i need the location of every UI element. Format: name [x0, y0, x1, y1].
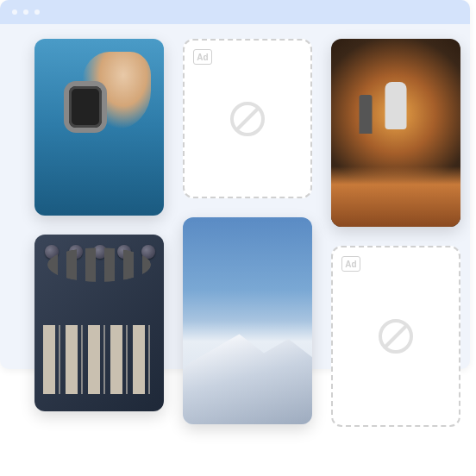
- window-control-dot[interactable]: [12, 9, 17, 15]
- prohibited-icon: [377, 317, 415, 355]
- snow-mountain-photo-card[interactable]: [183, 217, 312, 424]
- grid-column-2: Ad: [183, 39, 312, 427]
- svg-line-3: [385, 326, 406, 347]
- svg-line-1: [237, 109, 258, 129]
- prohibited-icon: [229, 100, 266, 138]
- ad-badge: Ad: [193, 49, 212, 65]
- window-control-dot[interactable]: [23, 9, 28, 15]
- image-grid: Ad Ad: [34, 39, 457, 427]
- window-titlebar: [0, 0, 470, 24]
- grid-column-3: Ad: [331, 39, 460, 427]
- ad-placeholder-card[interactable]: Ad: [183, 39, 312, 198]
- ad-badge: Ad: [341, 256, 360, 272]
- smartwatch-photo-card[interactable]: [34, 39, 164, 216]
- audio-mixer-photo-card[interactable]: [34, 235, 164, 411]
- grid-column-1: [34, 39, 164, 427]
- mixer-knobs: [45, 245, 155, 259]
- ad-placeholder-card[interactable]: Ad: [331, 246, 460, 427]
- concert-stage-photo-card[interactable]: [331, 39, 460, 227]
- window-control-dot[interactable]: [34, 9, 40, 15]
